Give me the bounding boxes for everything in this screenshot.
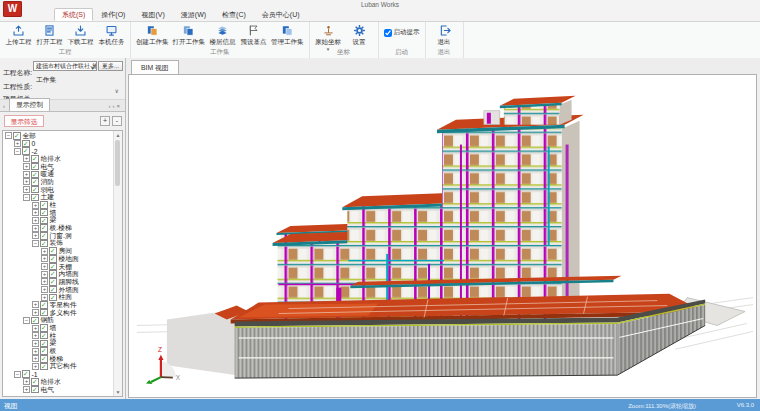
workset-create-button[interactable]: 创建工作集: [134, 23, 171, 48]
tree-item[interactable]: +✓消防: [4, 178, 113, 186]
checkbox-checked-icon[interactable]: ✓: [40, 340, 48, 348]
plus-expander-icon[interactable]: +: [32, 363, 39, 370]
minus-expander-icon[interactable]: −: [32, 240, 39, 247]
expand-all-button[interactable]: +: [100, 116, 110, 126]
collapse-all-button[interactable]: -: [112, 116, 122, 126]
menu-tab[interactable]: 视图(V): [133, 8, 172, 21]
checkbox-checked-icon[interactable]: ✓: [40, 301, 48, 309]
checkbox-checked-icon[interactable]: ✓: [49, 270, 57, 278]
tab-display-control[interactable]: 显示控制: [9, 98, 50, 111]
plus-expander-icon[interactable]: +: [41, 263, 48, 270]
startup-tip-input[interactable]: [384, 29, 392, 37]
menu-tab[interactable]: 系统(S): [54, 8, 93, 21]
plus-expander-icon[interactable]: +: [41, 255, 48, 262]
plus-expander-icon[interactable]: +: [32, 332, 39, 339]
plus-expander-icon[interactable]: +: [32, 232, 39, 239]
tree-item[interactable]: +✓其它构件: [4, 363, 113, 371]
chevron-down-icon[interactable]: ∨: [115, 87, 119, 94]
plus-expander-icon[interactable]: +: [41, 248, 48, 255]
tree-item[interactable]: −✓土建: [4, 194, 113, 202]
checkbox-checked-icon[interactable]: ✓: [31, 378, 39, 386]
plus-expander-icon[interactable]: +: [23, 171, 30, 178]
exit-button[interactable]: 退出: [429, 23, 460, 48]
display-filter-button[interactable]: 显示筛选: [4, 115, 44, 127]
plus-expander-icon[interactable]: +: [41, 278, 48, 285]
tree-item[interactable]: +✓墙: [4, 209, 113, 217]
scrollbar-thumb[interactable]: [115, 140, 120, 186]
plus-expander-icon[interactable]: +: [41, 286, 48, 293]
checkbox-checked-icon[interactable]: ✓: [22, 147, 30, 155]
tabstrip-controls[interactable]: ‹›×: [106, 103, 126, 111]
checkbox-checked-icon[interactable]: ✓: [31, 194, 39, 202]
checkbox-checked-icon[interactable]: ✓: [31, 317, 39, 325]
checkbox-checked-icon[interactable]: ✓: [49, 263, 57, 271]
tree-item[interactable]: +✓弱电: [4, 186, 113, 194]
tree-item[interactable]: +✓柱: [4, 332, 113, 340]
workset-manage-button[interactable]: 管理工作集: [269, 23, 306, 48]
monitor-button[interactable]: 本机任务: [96, 23, 127, 48]
scroll-down-icon[interactable]: ▼: [114, 388, 122, 396]
checkbox-checked-icon[interactable]: ✓: [31, 386, 39, 394]
scroll-up-icon[interactable]: ▲: [114, 131, 122, 139]
bim-3d-viewport[interactable]: Z X: [128, 74, 757, 398]
checkbox-checked-icon[interactable]: ✓: [40, 347, 48, 355]
plus-expander-icon[interactable]: +: [32, 325, 39, 332]
checkbox-checked-icon[interactable]: ✓: [49, 286, 57, 294]
tab-bim-view[interactable]: BIM 视图: [131, 60, 179, 74]
checkbox-checked-icon[interactable]: ✓: [40, 332, 48, 340]
minus-expander-icon[interactable]: −: [23, 194, 30, 201]
plus-expander-icon[interactable]: +: [23, 386, 30, 393]
tree-item[interactable]: +✓给排水: [4, 378, 113, 386]
plus-expander-icon[interactable]: +: [41, 271, 48, 278]
checkbox-checked-icon[interactable]: ✓: [40, 363, 48, 371]
checkbox-checked-icon[interactable]: ✓: [49, 247, 57, 255]
plus-expander-icon[interactable]: +: [41, 294, 48, 301]
menu-tab[interactable]: 会员中心(U): [254, 8, 308, 21]
checkbox-checked-icon[interactable]: ✓: [40, 224, 48, 232]
checkbox-checked-icon[interactable]: ✓: [40, 217, 48, 225]
plus-expander-icon[interactable]: +: [32, 217, 39, 224]
upload-button[interactable]: 上传工程: [3, 23, 34, 48]
checkbox-checked-icon[interactable]: ✓: [31, 155, 39, 163]
checkbox-checked-icon[interactable]: ✓: [22, 370, 30, 378]
plus-expander-icon[interactable]: +: [23, 186, 30, 193]
plus-expander-icon[interactable]: +: [23, 163, 30, 170]
checkbox-checked-icon[interactable]: ✓: [13, 132, 21, 140]
checkbox-checked-icon[interactable]: ✓: [40, 209, 48, 217]
checkbox-checked-icon[interactable]: ✓: [31, 178, 39, 186]
plus-expander-icon[interactable]: +: [32, 309, 39, 316]
checkbox-checked-icon[interactable]: ✓: [49, 278, 57, 286]
checkbox-checked-icon[interactable]: ✓: [31, 186, 39, 194]
project-name-combobox[interactable]: 建德市村镇合作联社-施工模型 ▼: [33, 61, 97, 71]
menu-tab[interactable]: 检查(C): [214, 8, 254, 21]
plus-expander-icon[interactable]: +: [32, 355, 39, 362]
checkbox-checked-icon[interactable]: ✓: [49, 255, 57, 263]
plus-expander-icon[interactable]: +: [32, 209, 39, 216]
plus-expander-icon[interactable]: +: [32, 225, 39, 232]
flag-button[interactable]: 预设基点: [238, 23, 269, 48]
checkbox-checked-icon[interactable]: ✓: [40, 232, 48, 240]
menu-tab[interactable]: 漫游(W): [173, 8, 214, 21]
plus-expander-icon[interactable]: +: [32, 202, 39, 209]
checkbox-checked-icon[interactable]: ✓: [31, 163, 39, 171]
checkbox-checked-icon[interactable]: ✓: [40, 324, 48, 332]
plus-expander-icon[interactable]: +: [23, 155, 30, 162]
tree-item[interactable]: +✓暖通: [4, 170, 113, 178]
tree-scrollbar[interactable]: ▲ ▼: [113, 131, 122, 396]
checkbox-checked-icon[interactable]: ✓: [40, 240, 48, 248]
minus-expander-icon[interactable]: −: [23, 317, 30, 324]
open-project-button[interactable]: 打开工程: [34, 23, 65, 48]
tree-item[interactable]: +✓柱: [4, 201, 113, 209]
download-button[interactable]: 下载工程: [65, 23, 96, 48]
plus-expander-icon[interactable]: +: [14, 140, 21, 147]
plus-expander-icon[interactable]: +: [32, 348, 39, 355]
workset-open-button[interactable]: 打开工作集: [171, 23, 208, 48]
checkbox-checked-icon[interactable]: ✓: [40, 355, 48, 363]
checkbox-checked-icon[interactable]: ✓: [31, 171, 39, 179]
plus-expander-icon[interactable]: +: [32, 301, 39, 308]
plus-expander-icon[interactable]: +: [23, 178, 30, 185]
minus-expander-icon[interactable]: −: [5, 132, 12, 139]
scroll-left-icon[interactable]: ‹: [3, 103, 5, 109]
floors-button[interactable]: 楼层信息: [207, 23, 238, 48]
project-related-row[interactable]: 项目相关 ∨: [3, 87, 121, 97]
